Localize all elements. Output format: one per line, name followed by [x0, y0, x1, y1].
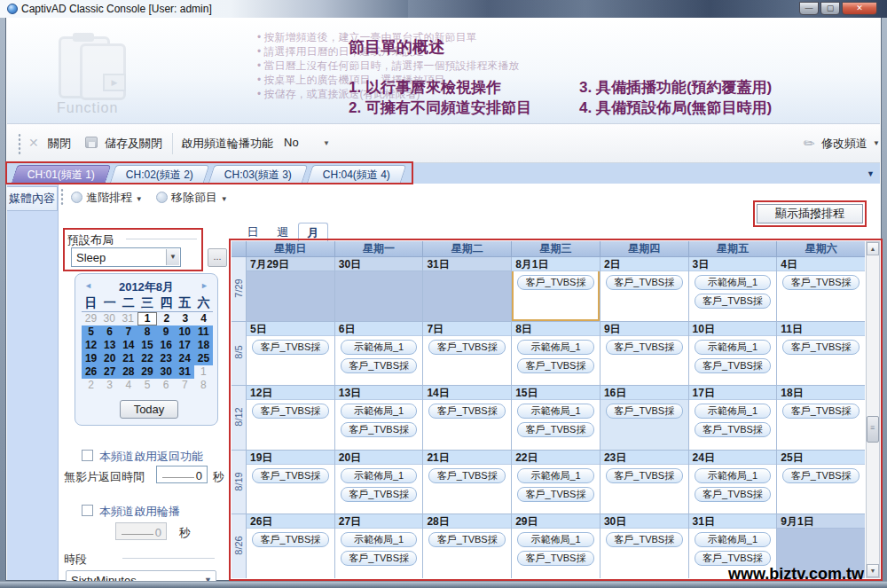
mini-calendar-day[interactable]: 5: [82, 325, 100, 339]
event-pill[interactable]: 客戶_TVBS採: [517, 358, 594, 373]
calendar-day-cell[interactable]: 18日客戶_TVBS採: [777, 386, 865, 450]
chevron-down-icon[interactable]: ▼: [873, 139, 880, 147]
mini-calendar-day[interactable]: 18: [194, 339, 213, 352]
event-pill[interactable]: 客戶_TVBS採: [252, 468, 329, 483]
mini-calendar-day[interactable]: 23: [157, 352, 176, 365]
event-pill[interactable]: 客戶_TVBS採: [428, 468, 506, 483]
remove-program-button[interactable]: 移除節目 ▼: [156, 190, 228, 206]
calendar-day-cell[interactable]: 13日示範佈局_1客戶_TVBS採: [335, 386, 424, 450]
mini-calendar-day[interactable]: 9: [157, 325, 176, 339]
mini-calendar-day[interactable]: 21: [119, 352, 137, 365]
mini-calendar-day[interactable]: 12: [82, 339, 100, 352]
event-pill[interactable]: 客戶_TVBS採: [782, 275, 860, 290]
mini-calendar-day[interactable]: 31: [176, 365, 194, 379]
event-pill[interactable]: 客戶_TVBS採: [695, 294, 772, 309]
calendar-day-cell[interactable]: 16日客戶_TVBS採: [600, 386, 689, 450]
return-time-input[interactable]: 0: [156, 466, 208, 483]
event-pill[interactable]: 示範佈局_1: [695, 275, 772, 290]
event-pill[interactable]: 客戶_TVBS採: [428, 404, 506, 419]
tab-ch-3[interactable]: CH:03(頻道 3): [208, 165, 309, 184]
mini-calendar-day[interactable]: 24: [176, 352, 194, 365]
loop-time-input[interactable]: 0: [115, 522, 167, 540]
chevron-down-icon[interactable]: ▼: [867, 169, 875, 178]
mini-calendar-day[interactable]: 22: [137, 352, 156, 365]
calendar-day-cell[interactable]: 8日示範佈局_1客戶_TVBS採: [512, 322, 600, 386]
mini-calendar-day[interactable]: 3: [100, 379, 119, 392]
mini-calendar-day[interactable]: 31: [119, 312, 137, 325]
mini-calendar-day[interactable]: 27: [100, 365, 119, 379]
event-pill[interactable]: 示範佈局_1: [517, 468, 594, 483]
toolbar-grip[interactable]: [60, 188, 64, 206]
event-pill[interactable]: 客戶_TVBS採: [252, 340, 329, 355]
prev-month-icon[interactable]: ◄: [84, 281, 92, 290]
calendar-day-cell[interactable]: 14日客戶_TVBS採: [423, 386, 512, 450]
calendar-day-cell[interactable]: 20日示範佈局_1客戶_TVBS採: [335, 451, 424, 514]
event-pill[interactable]: 客戶_TVBS採: [782, 340, 860, 355]
calendar-day-cell[interactable]: 26日客戶_TVBS採: [247, 514, 335, 578]
event-pill[interactable]: 客戶_TVBS採: [341, 358, 418, 373]
calendar-day-cell[interactable]: 25日客戶_TVBS採: [777, 451, 865, 514]
event-pill[interactable]: 示範佈局_1: [695, 404, 772, 419]
mini-calendar-day[interactable]: 10: [176, 325, 194, 339]
event-pill[interactable]: 客戶_TVBS採: [252, 532, 329, 547]
mini-calendar-day[interactable]: 16: [157, 339, 176, 352]
mini-calendar-day[interactable]: 2: [157, 312, 176, 325]
calendar-day-cell[interactable]: 7月29日: [247, 257, 335, 321]
calendar-day-cell[interactable]: 30日: [335, 257, 424, 321]
tab-ch-1[interactable]: CH:01(頻道 1): [12, 165, 112, 184]
event-pill[interactable]: 客戶_TVBS採: [341, 487, 418, 502]
calendar-day-cell[interactable]: 11日客戶_TVBS採: [777, 322, 865, 386]
event-pill[interactable]: 客戶_TVBS採: [341, 551, 418, 566]
calendar-day-cell[interactable]: 10日示範佈局_1客戶_TVBS採: [689, 322, 778, 386]
calendar-day-cell[interactable]: 24日示範佈局_1客戶_TVBS採: [689, 451, 778, 514]
calendar-day-cell[interactable]: 12日客戶_TVBS採: [247, 386, 335, 450]
scroll-up-icon[interactable]: ▲: [867, 242, 879, 255]
event-pill[interactable]: 示範佈局_1: [341, 404, 418, 419]
calendar-day-cell[interactable]: 21日客戶_TVBS採: [423, 451, 512, 514]
close-window-button[interactable]: ✕: [842, 2, 877, 15]
event-pill[interactable]: 客戶_TVBS採: [782, 404, 860, 419]
mini-calendar-day[interactable]: 28: [119, 365, 137, 379]
calendar-day-cell[interactable]: 28日客戶_TVBS採: [423, 514, 512, 578]
mini-calendar-day[interactable]: 4: [194, 312, 213, 325]
mini-calendar-day[interactable]: 20: [100, 352, 119, 365]
mini-calendar-day[interactable]: 5: [137, 379, 156, 392]
event-pill[interactable]: 示範佈局_1: [517, 404, 594, 419]
calendar-day-cell[interactable]: 17日示範佈局_1客戶_TVBS採: [689, 386, 778, 450]
mini-calendar-day[interactable]: 3: [176, 312, 194, 325]
mini-calendar-day[interactable]: 6: [100, 325, 119, 339]
calendar-day-cell[interactable]: 2日客戶_TVBS採: [600, 257, 689, 321]
calendar-day-cell[interactable]: 31日: [423, 257, 512, 321]
mini-calendar-day[interactable]: 1: [194, 365, 213, 379]
event-pill[interactable]: 示範佈局_1: [517, 340, 594, 355]
event-pill[interactable]: 客戶_TVBS採: [341, 422, 418, 437]
mini-calendar-day[interactable]: 25: [194, 352, 213, 365]
event-pill[interactable]: 示範佈局_1: [695, 340, 772, 355]
event-pill[interactable]: 客戶_TVBS採: [252, 404, 329, 419]
event-pill[interactable]: 客戶_TVBS採: [695, 422, 772, 437]
save-icon[interactable]: [85, 137, 98, 151]
event-pill[interactable]: 客戶_TVBS採: [606, 340, 683, 355]
calendar-day-cell[interactable]: 8月1日客戶_TVBS採: [512, 257, 600, 321]
show-insert-schedule-button[interactable]: 顯示插撥排程: [757, 204, 863, 223]
maximize-button[interactable]: ▢: [820, 2, 840, 15]
return-function-checkbox[interactable]: [82, 450, 93, 461]
save-close-button[interactable]: 儲存及關閉: [105, 136, 162, 152]
calendar-day-cell[interactable]: 15日示範佈局_1客戶_TVBS採: [512, 386, 600, 450]
event-pill[interactable]: 客戶_TVBS採: [695, 551, 772, 566]
mini-calendar-day[interactable]: 13: [100, 339, 119, 352]
mini-calendar-day[interactable]: 7: [119, 325, 137, 339]
advanced-schedule-button[interactable]: 進階排程 ▼: [71, 190, 143, 206]
minimize-button[interactable]: —: [799, 2, 819, 15]
close-icon[interactable]: ✕: [28, 136, 39, 150]
mini-calendar-day[interactable]: 11: [194, 325, 213, 339]
calendar-day-cell[interactable]: 9日客戶_TVBS採: [600, 322, 689, 386]
today-button[interactable]: Today: [120, 400, 178, 419]
calendar-day-cell[interactable]: 7日客戶_TVBS採: [423, 322, 512, 386]
mini-calendar-day[interactable]: 30: [157, 365, 176, 379]
mini-calendar-day[interactable]: 7: [176, 379, 194, 392]
mini-calendar-day[interactable]: 29: [82, 312, 100, 325]
tab-ch-4[interactable]: CH:04(頻道 4): [307, 165, 407, 184]
sidebar-item-media-content[interactable]: 媒體內容: [7, 186, 58, 211]
event-pill[interactable]: 示範佈局_1: [341, 468, 418, 483]
